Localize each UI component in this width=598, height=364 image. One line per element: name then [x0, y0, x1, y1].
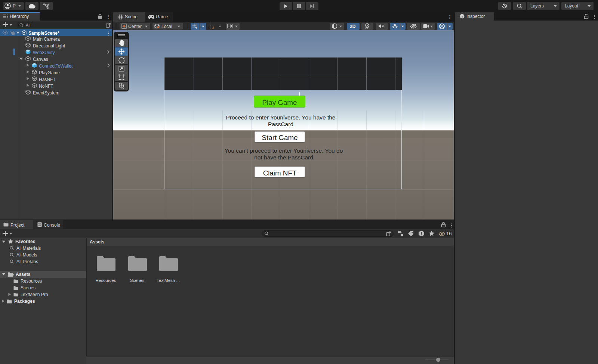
svg-text:Y: Y: [195, 26, 197, 29]
